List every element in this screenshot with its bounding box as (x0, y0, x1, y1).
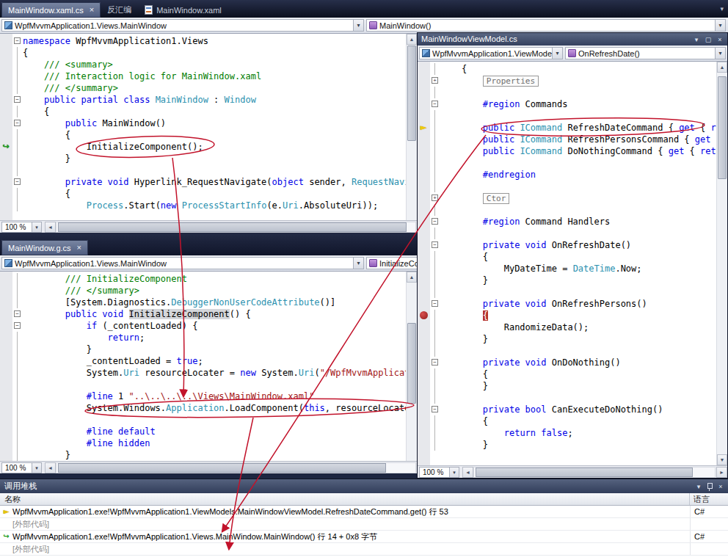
scrollbar-thumb[interactable] (718, 76, 727, 179)
collapse-icon[interactable]: − (14, 178, 21, 185)
code-line[interactable]: − public void InitializeComponent() { (12, 308, 406, 320)
scrollbar-thumb[interactable] (58, 222, 407, 232)
editor-viewmodel[interactable]: ► {+ Properties− #region Commands public… (418, 62, 727, 465)
code-line[interactable]: { (430, 415, 716, 427)
code-line[interactable]: } (12, 449, 406, 461)
code-line[interactable]: − if (_contentLoaded) { (12, 320, 406, 332)
callstack-row[interactable]: ↪WpfMvvmApplication1.exe!WpfMvvmApplicat… (0, 531, 728, 543)
outlining-margin[interactable]: − (430, 404, 440, 415)
type-combo-viewmodel[interactable]: WpfMvvmApplication1.ViewModels. ▾ (419, 47, 563, 59)
code-line[interactable]: #line 1 "..\..\..\..\Views\MainWindow.xa… (12, 390, 406, 402)
code-line[interactable]: { (12, 129, 406, 141)
code-line[interactable]: − private void OnDoNothing() (430, 357, 716, 368)
code-line[interactable]: } (430, 380, 716, 392)
window-menu-chevron-icon[interactable]: ▾ (694, 482, 703, 491)
scroll-up-icon[interactable]: ▲ (407, 272, 417, 283)
type-combo-gcs[interactable]: WpfMvvmApplication1.Views.MainWindow ▾ (1, 257, 364, 269)
code-line[interactable]: −namespace WpfMvvmApplication1.Views (12, 35, 406, 47)
column-header-language[interactable]: 语言 (690, 493, 728, 505)
member-combo-viewmodel[interactable]: OnRefreshDate() ▾ (565, 47, 726, 59)
code-line[interactable]: } (430, 274, 716, 286)
close-icon[interactable]: × (716, 35, 724, 44)
vertical-scrollbar[interactable]: ▲ (406, 34, 417, 220)
tab-mainwindow-xaml-cs[interactable]: MainWindow.xaml.cs × (1, 2, 101, 18)
code-line[interactable]: _contentLoaded = true; (12, 355, 406, 367)
member-combo-gcs[interactable]: InitializeComponent() (366, 257, 417, 269)
scrollbar-thumb[interactable] (58, 463, 386, 473)
collapse-icon[interactable]: − (14, 120, 21, 126)
code-line[interactable]: MyDateTime = DateTime.Now; (430, 263, 716, 274)
code-line[interactable]: InitializeComponent(); (12, 141, 406, 153)
expand-icon[interactable]: + (432, 77, 438, 84)
code-line[interactable]: System.Uri resourceLocater = new System.… (12, 367, 406, 379)
scrollbar-thumb[interactable] (476, 468, 693, 477)
code-line[interactable]: − #region Commands (430, 98, 716, 110)
code-line[interactable] (430, 228, 716, 239)
outlining-margin[interactable]: − (12, 94, 23, 106)
code-line[interactable] (430, 204, 716, 216)
breakpoint-icon[interactable] (420, 311, 428, 319)
outlining-margin[interactable]: + (430, 192, 440, 204)
vertical-scrollbar[interactable]: ▲ (406, 272, 417, 461)
collapse-icon[interactable]: − (14, 310, 21, 317)
column-header-name[interactable]: 名称 (0, 493, 690, 505)
code-line[interactable]: { (12, 47, 406, 59)
tab-mainwindow-g-cs[interactable]: MainWindow.g.cs × (1, 240, 88, 255)
editor-mainwindow-g-cs[interactable]: /// InitializeComponent /// </summary> [… (0, 272, 417, 461)
code-line[interactable]: /// </summary> (12, 82, 406, 94)
code-line[interactable]: } (12, 153, 406, 164)
outlining-margin[interactable]: − (12, 308, 23, 320)
outlining-margin[interactable]: − (430, 239, 440, 251)
collapse-icon[interactable]: − (14, 37, 21, 44)
code-line[interactable]: { (430, 368, 716, 380)
chevron-down-icon[interactable]: ▾ (720, 5, 724, 12)
code-line[interactable]: #line hidden (12, 437, 406, 449)
code-line[interactable]: public ICommand RefreshPersonsCommand { … (430, 134, 716, 145)
code-line[interactable]: } (430, 333, 716, 345)
panel-titlebar[interactable]: MainWindowViewModel.cs ▾ ▢ × (418, 33, 727, 46)
callstack-row[interactable]: [外部代码] (0, 543, 728, 556)
maximize-icon[interactable]: ▢ (704, 35, 713, 44)
code-line[interactable] (430, 345, 716, 357)
member-combo-top[interactable]: MainWindow() ▾ (366, 19, 726, 32)
collapse-icon[interactable]: − (432, 101, 438, 107)
chevron-down-icon[interactable]: ▾ (32, 222, 42, 233)
breakpoint-margin[interactable]: ► (418, 62, 430, 465)
code-line[interactable]: } (12, 343, 406, 355)
outlining-margin[interactable]: − (12, 176, 23, 188)
horizontal-scrollbar[interactable] (56, 222, 416, 233)
code-line[interactable]: #endregion (430, 169, 716, 181)
collapse-icon[interactable]: − (432, 406, 438, 412)
code-line[interactable]: /// </summary> (12, 285, 406, 297)
scroll-down-icon[interactable]: ▼ (717, 454, 727, 465)
callstack-titlebar[interactable]: 调用堆栈 ▾ × (0, 479, 728, 493)
code-line[interactable]: − private void OnRefreshPersons() (430, 298, 716, 310)
code-area[interactable]: −namespace WpfMvvmApplication1.Views{ //… (12, 35, 406, 220)
collapse-icon[interactable]: − (14, 322, 21, 329)
code-line[interactable]: #line default (12, 426, 406, 437)
vertical-scrollbar[interactable]: ▲ ▼ (716, 62, 727, 465)
code-line[interactable]: System.Windows.Application.LoadComponent… (12, 402, 406, 414)
collapse-icon[interactable]: − (14, 96, 21, 103)
chevron-down-icon[interactable]: ▾ (715, 20, 725, 31)
code-line[interactable] (12, 414, 406, 426)
current-statement-icon[interactable]: ► (418, 122, 429, 134)
code-line[interactable]: { (430, 63, 716, 75)
code-line[interactable]: [System.Diagnostics.DebuggerNonUserCodeA… (12, 297, 406, 308)
code-line[interactable] (430, 110, 716, 122)
scroll-left-icon[interactable]: ◄ (45, 462, 56, 473)
outlining-margin[interactable]: + (430, 75, 440, 87)
collapse-icon[interactable]: − (432, 241, 438, 248)
chevron-down-icon[interactable]: ▾ (552, 48, 562, 59)
caller-frame-icon[interactable]: ↪ (1, 141, 11, 153)
chevron-down-icon[interactable]: ▾ (450, 467, 459, 478)
code-line[interactable]: public ICommand RefreshDateCommand { get… (430, 122, 716, 134)
code-line[interactable]: − #region Command Handlers (430, 216, 716, 228)
pin-icon[interactable] (706, 482, 713, 491)
code-line[interactable] (12, 164, 406, 176)
code-line[interactable]: Process.Start(new ProcessStartInfo(e.Uri… (12, 200, 406, 211)
outlining-margin[interactable]: − (12, 320, 23, 332)
code-line[interactable]: return; (12, 332, 406, 343)
outlining-margin[interactable]: − (430, 216, 440, 228)
code-line[interactable] (430, 286, 716, 298)
